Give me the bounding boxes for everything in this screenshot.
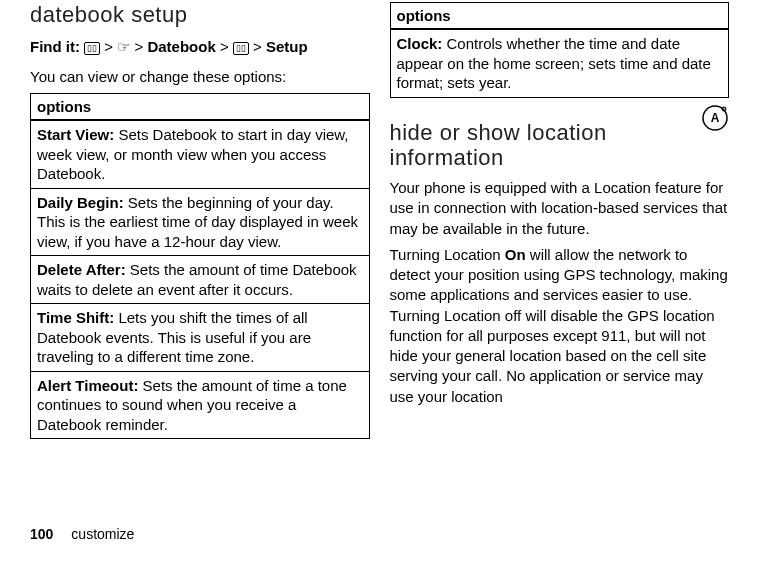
intro-text: You can view or change these options: <box>30 67 370 87</box>
footer-section-name: customize <box>71 526 134 542</box>
row-label: Alert Timeout: <box>37 377 138 394</box>
location-para-2: Turning Location On will allow the netwo… <box>390 245 730 407</box>
section-heading-location: hide or show location information <box>390 120 730 171</box>
find-it-path: Find it: ▯▯ > ☞ > Datebook > ▯▯ > Setup <box>30 36 370 57</box>
table-row: Delete After: Sets the amount of time Da… <box>31 256 370 304</box>
options-header-right: options <box>390 3 729 30</box>
options-table-right: options Clock: Controls whether the time… <box>390 2 730 98</box>
left-column: datebook setup Find it: ▯▯ > ☞ > Dateboo… <box>20 0 380 520</box>
table-row: Daily Begin: Sets the beginning of your … <box>31 188 370 256</box>
row-label: Daily Begin: <box>37 194 124 211</box>
options-header-left: options <box>31 94 370 121</box>
menu-icon: ▯▯ <box>233 42 249 55</box>
on-bold: On <box>505 246 526 263</box>
find-it-label: Find it: <box>30 38 80 55</box>
svg-text:A: A <box>711 111 720 125</box>
row-text: Controls whether the time and date appea… <box>397 35 711 91</box>
row-label: Time Shift: <box>37 309 114 326</box>
table-row: Alert Timeout: Sets the amount of time a… <box>31 371 370 439</box>
right-column: options Clock: Controls whether the time… <box>380 0 740 520</box>
options-table-left: options Start View: Sets Datebook to sta… <box>30 93 370 439</box>
path-setup: Setup <box>266 38 308 55</box>
row-label: Delete After: <box>37 261 126 278</box>
location-para-1: Your phone is equipped with a Location f… <box>390 178 730 239</box>
section-heading-datebook-setup: datebook setup <box>30 2 370 28</box>
accessory-icon: A <box>701 104 729 136</box>
table-row: Clock: Controls whether the time and dat… <box>390 29 729 97</box>
para2-part-a: Turning Location <box>390 246 505 263</box>
menu-icon: ▯▯ <box>84 42 100 55</box>
row-label: Clock: <box>397 35 443 52</box>
page-number: 100 <box>30 526 53 542</box>
row-label: Start View: <box>37 126 114 143</box>
path-datebook: Datebook <box>147 38 215 55</box>
page-content: datebook setup Find it: ▯▯ > ☞ > Dateboo… <box>0 0 759 520</box>
table-row: Start View: Sets Datebook to start in da… <box>31 120 370 188</box>
page-footer: 100 customize <box>0 520 759 548</box>
hand-icon: ☞ <box>117 38 130 55</box>
table-row: Time Shift: Lets you shift the times of … <box>31 304 370 372</box>
para2-part-b: will allow the network to detect your po… <box>390 246 728 405</box>
